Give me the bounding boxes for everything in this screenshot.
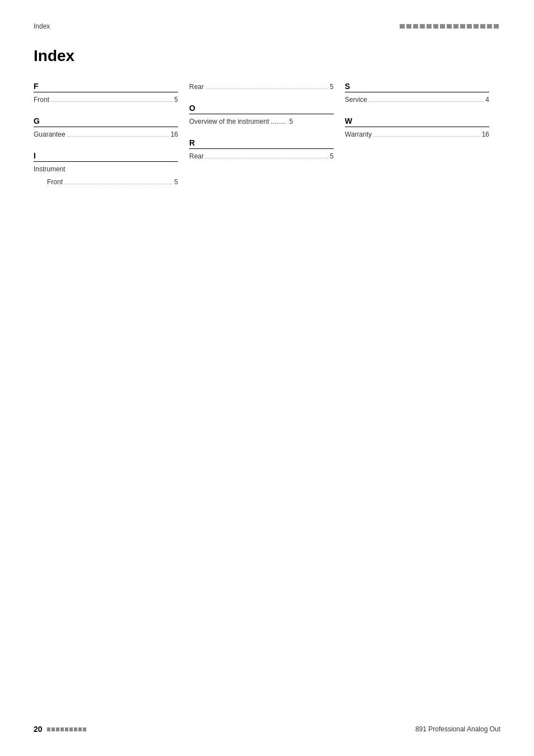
footer-squares	[47, 727, 87, 731]
index-column-1: F Front 5 G Guarantee 16 I	[34, 82, 189, 199]
section-f: F Front 5	[34, 82, 178, 105]
entry-instrument-front: Front 5	[34, 177, 178, 188]
entry-warranty-page: 16	[482, 129, 489, 140]
section-s: S Service 4	[345, 82, 489, 105]
page-container: Index Index F Front 5 G Guar	[0, 0, 534, 756]
entry-rear: Rear 5	[189, 151, 334, 162]
entry-overview: Overview of the instrument ........ 5	[189, 116, 334, 127]
section-letter-f: F	[34, 82, 178, 92]
entry-rear-label: Rear	[189, 151, 204, 162]
entry-warranty-label: Warranty	[345, 129, 372, 140]
section-r: R Rear 5	[189, 138, 334, 162]
page-title: Index	[34, 47, 500, 65]
footer-page-number: 20	[34, 725, 87, 734]
entry-service: Service 4	[345, 95, 489, 105]
footer-product-name: 891 Professional Analog Out	[415, 725, 500, 733]
section-letter-w: W	[345, 116, 489, 127]
index-column-3: S Service 4 W Warranty 16	[345, 82, 500, 199]
index-column-2: Rear 5 O Overview of the instrument ....…	[189, 82, 345, 199]
entry-overview-page: 5	[289, 116, 293, 127]
section-rear-top: Rear 5	[189, 82, 334, 92]
section-letter-o: O	[189, 104, 334, 114]
entry-warranty-leader	[373, 136, 480, 137]
section-w: W Warranty 16	[345, 116, 489, 140]
section-g: G Guarantee 16	[34, 116, 178, 140]
entry-front-page: 5	[174, 95, 178, 105]
entry-guarantee-leader	[67, 136, 169, 137]
entry-instrument-front-page: 5	[174, 177, 178, 188]
entry-rear-top-leader	[205, 88, 328, 89]
page-header: Index	[34, 22, 500, 30]
section-letter-i: I	[34, 151, 178, 162]
entry-front-leader	[51, 101, 172, 102]
section-letter-r: R	[189, 138, 334, 149]
section-i: I Instrument Front 5	[34, 151, 178, 187]
section-o: O Overview of the instrument ........ 5	[189, 104, 334, 127]
entry-rear-top-label: Rear	[189, 82, 204, 92]
entry-instrument-front-label: Front	[47, 177, 63, 188]
entry-guarantee-label: Guarantee	[34, 129, 65, 140]
entry-service-label: Service	[345, 95, 367, 105]
page-footer: 20 891 Professional Analog Out	[34, 725, 500, 734]
entry-rear-page: 5	[330, 151, 334, 162]
entry-rear-top: Rear 5	[189, 82, 334, 92]
index-content: F Front 5 G Guarantee 16 I	[34, 82, 500, 199]
entry-instrument-front-leader	[64, 184, 172, 184]
header-decoration	[400, 24, 500, 29]
entry-front-label: Front	[34, 95, 49, 105]
entry-warranty: Warranty 16	[345, 129, 489, 140]
entry-rear-leader	[205, 158, 328, 158]
entry-guarantee-page: 16	[171, 129, 178, 140]
entry-front: Front 5	[34, 95, 178, 105]
entry-service-leader	[369, 101, 484, 102]
entry-instrument-label: Instrument	[34, 164, 65, 175]
entry-guarantee: Guarantee 16	[34, 129, 178, 140]
entry-instrument: Instrument	[34, 164, 178, 175]
section-letter-s: S	[345, 82, 489, 92]
section-letter-g: G	[34, 116, 178, 127]
page-num: 20	[34, 725, 43, 734]
entry-service-page: 4	[485, 95, 489, 105]
entry-rear-top-page: 5	[330, 82, 334, 92]
entry-overview-label: Overview of the instrument ........	[189, 116, 286, 127]
header-label: Index	[34, 22, 50, 30]
